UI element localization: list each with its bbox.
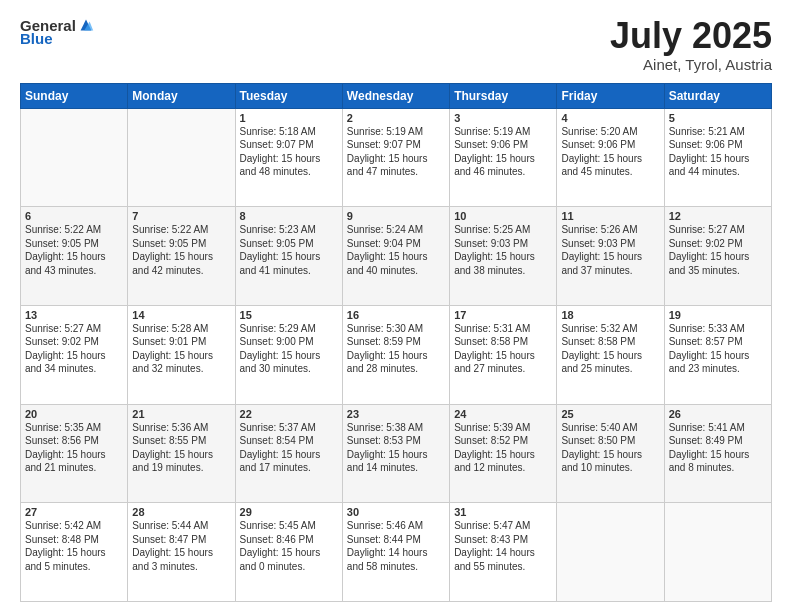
day-info: Sunrise: 5:27 AM Sunset: 9:02 PM Dayligh…	[669, 223, 767, 277]
day-info: Sunrise: 5:45 AM Sunset: 8:46 PM Dayligh…	[240, 519, 338, 573]
day-number: 6	[25, 210, 123, 222]
table-row: 26Sunrise: 5:41 AM Sunset: 8:49 PM Dayli…	[664, 404, 771, 503]
table-row: 25Sunrise: 5:40 AM Sunset: 8:50 PM Dayli…	[557, 404, 664, 503]
table-row: 11Sunrise: 5:26 AM Sunset: 9:03 PM Dayli…	[557, 207, 664, 306]
day-number: 16	[347, 309, 445, 321]
day-info: Sunrise: 5:39 AM Sunset: 8:52 PM Dayligh…	[454, 421, 552, 475]
day-number: 29	[240, 506, 338, 518]
table-row: 10Sunrise: 5:25 AM Sunset: 9:03 PM Dayli…	[450, 207, 557, 306]
day-info: Sunrise: 5:19 AM Sunset: 9:06 PM Dayligh…	[454, 125, 552, 179]
day-number: 17	[454, 309, 552, 321]
day-info: Sunrise: 5:19 AM Sunset: 9:07 PM Dayligh…	[347, 125, 445, 179]
day-info: Sunrise: 5:21 AM Sunset: 9:06 PM Dayligh…	[669, 125, 767, 179]
day-number: 20	[25, 408, 123, 420]
title-location: Ainet, Tyrol, Austria	[610, 56, 772, 73]
day-info: Sunrise: 5:23 AM Sunset: 9:05 PM Dayligh…	[240, 223, 338, 277]
table-row: 30Sunrise: 5:46 AM Sunset: 8:44 PM Dayli…	[342, 503, 449, 602]
logo: General Blue	[20, 16, 95, 47]
table-row: 22Sunrise: 5:37 AM Sunset: 8:54 PM Dayli…	[235, 404, 342, 503]
logo-blue: Blue	[20, 30, 53, 47]
day-number: 3	[454, 112, 552, 124]
table-row: 5Sunrise: 5:21 AM Sunset: 9:06 PM Daylig…	[664, 108, 771, 207]
calendar-week-row: 20Sunrise: 5:35 AM Sunset: 8:56 PM Dayli…	[21, 404, 772, 503]
col-sunday: Sunday	[21, 83, 128, 108]
day-info: Sunrise: 5:30 AM Sunset: 8:59 PM Dayligh…	[347, 322, 445, 376]
day-number: 21	[132, 408, 230, 420]
table-row: 29Sunrise: 5:45 AM Sunset: 8:46 PM Dayli…	[235, 503, 342, 602]
table-row	[664, 503, 771, 602]
day-info: Sunrise: 5:29 AM Sunset: 9:00 PM Dayligh…	[240, 322, 338, 376]
day-info: Sunrise: 5:28 AM Sunset: 9:01 PM Dayligh…	[132, 322, 230, 376]
day-number: 22	[240, 408, 338, 420]
page: General Blue July 2025 Ainet, Tyrol, Aus…	[0, 0, 792, 612]
table-row: 8Sunrise: 5:23 AM Sunset: 9:05 PM Daylig…	[235, 207, 342, 306]
calendar-week-row: 27Sunrise: 5:42 AM Sunset: 8:48 PM Dayli…	[21, 503, 772, 602]
table-row: 9Sunrise: 5:24 AM Sunset: 9:04 PM Daylig…	[342, 207, 449, 306]
table-row	[557, 503, 664, 602]
header: General Blue July 2025 Ainet, Tyrol, Aus…	[20, 16, 772, 73]
day-number: 12	[669, 210, 767, 222]
table-row: 15Sunrise: 5:29 AM Sunset: 9:00 PM Dayli…	[235, 305, 342, 404]
day-number: 4	[561, 112, 659, 124]
day-number: 27	[25, 506, 123, 518]
day-info: Sunrise: 5:42 AM Sunset: 8:48 PM Dayligh…	[25, 519, 123, 573]
day-info: Sunrise: 5:18 AM Sunset: 9:07 PM Dayligh…	[240, 125, 338, 179]
calendar-week-row: 6Sunrise: 5:22 AM Sunset: 9:05 PM Daylig…	[21, 207, 772, 306]
table-row: 4Sunrise: 5:20 AM Sunset: 9:06 PM Daylig…	[557, 108, 664, 207]
day-info: Sunrise: 5:36 AM Sunset: 8:55 PM Dayligh…	[132, 421, 230, 475]
day-info: Sunrise: 5:41 AM Sunset: 8:49 PM Dayligh…	[669, 421, 767, 475]
table-row: 1Sunrise: 5:18 AM Sunset: 9:07 PM Daylig…	[235, 108, 342, 207]
logo-icon	[77, 16, 95, 34]
day-info: Sunrise: 5:44 AM Sunset: 8:47 PM Dayligh…	[132, 519, 230, 573]
table-row: 23Sunrise: 5:38 AM Sunset: 8:53 PM Dayli…	[342, 404, 449, 503]
day-info: Sunrise: 5:32 AM Sunset: 8:58 PM Dayligh…	[561, 322, 659, 376]
table-row: 12Sunrise: 5:27 AM Sunset: 9:02 PM Dayli…	[664, 207, 771, 306]
table-row: 7Sunrise: 5:22 AM Sunset: 9:05 PM Daylig…	[128, 207, 235, 306]
day-number: 30	[347, 506, 445, 518]
day-number: 2	[347, 112, 445, 124]
day-number: 11	[561, 210, 659, 222]
day-number: 28	[132, 506, 230, 518]
table-row	[128, 108, 235, 207]
table-row: 21Sunrise: 5:36 AM Sunset: 8:55 PM Dayli…	[128, 404, 235, 503]
day-number: 5	[669, 112, 767, 124]
calendar-week-row: 13Sunrise: 5:27 AM Sunset: 9:02 PM Dayli…	[21, 305, 772, 404]
day-info: Sunrise: 5:26 AM Sunset: 9:03 PM Dayligh…	[561, 223, 659, 277]
day-number: 31	[454, 506, 552, 518]
table-row: 28Sunrise: 5:44 AM Sunset: 8:47 PM Dayli…	[128, 503, 235, 602]
day-info: Sunrise: 5:31 AM Sunset: 8:58 PM Dayligh…	[454, 322, 552, 376]
table-row: 17Sunrise: 5:31 AM Sunset: 8:58 PM Dayli…	[450, 305, 557, 404]
day-info: Sunrise: 5:27 AM Sunset: 9:02 PM Dayligh…	[25, 322, 123, 376]
table-row: 14Sunrise: 5:28 AM Sunset: 9:01 PM Dayli…	[128, 305, 235, 404]
col-friday: Friday	[557, 83, 664, 108]
table-row: 31Sunrise: 5:47 AM Sunset: 8:43 PM Dayli…	[450, 503, 557, 602]
day-number: 8	[240, 210, 338, 222]
day-number: 19	[669, 309, 767, 321]
day-info: Sunrise: 5:24 AM Sunset: 9:04 PM Dayligh…	[347, 223, 445, 277]
day-number: 26	[669, 408, 767, 420]
day-info: Sunrise: 5:33 AM Sunset: 8:57 PM Dayligh…	[669, 322, 767, 376]
day-number: 23	[347, 408, 445, 420]
day-info: Sunrise: 5:22 AM Sunset: 9:05 PM Dayligh…	[25, 223, 123, 277]
table-row: 13Sunrise: 5:27 AM Sunset: 9:02 PM Dayli…	[21, 305, 128, 404]
table-row: 6Sunrise: 5:22 AM Sunset: 9:05 PM Daylig…	[21, 207, 128, 306]
col-tuesday: Tuesday	[235, 83, 342, 108]
calendar-week-row: 1Sunrise: 5:18 AM Sunset: 9:07 PM Daylig…	[21, 108, 772, 207]
day-number: 13	[25, 309, 123, 321]
table-row: 18Sunrise: 5:32 AM Sunset: 8:58 PM Dayli…	[557, 305, 664, 404]
col-monday: Monday	[128, 83, 235, 108]
table-row: 24Sunrise: 5:39 AM Sunset: 8:52 PM Dayli…	[450, 404, 557, 503]
table-row: 27Sunrise: 5:42 AM Sunset: 8:48 PM Dayli…	[21, 503, 128, 602]
table-row: 2Sunrise: 5:19 AM Sunset: 9:07 PM Daylig…	[342, 108, 449, 207]
table-row: 16Sunrise: 5:30 AM Sunset: 8:59 PM Dayli…	[342, 305, 449, 404]
day-info: Sunrise: 5:38 AM Sunset: 8:53 PM Dayligh…	[347, 421, 445, 475]
title-month: July 2025	[610, 16, 772, 56]
col-thursday: Thursday	[450, 83, 557, 108]
day-info: Sunrise: 5:35 AM Sunset: 8:56 PM Dayligh…	[25, 421, 123, 475]
day-info: Sunrise: 5:47 AM Sunset: 8:43 PM Dayligh…	[454, 519, 552, 573]
col-wednesday: Wednesday	[342, 83, 449, 108]
day-number: 18	[561, 309, 659, 321]
col-saturday: Saturday	[664, 83, 771, 108]
table-row	[21, 108, 128, 207]
calendar-table: Sunday Monday Tuesday Wednesday Thursday…	[20, 83, 772, 602]
